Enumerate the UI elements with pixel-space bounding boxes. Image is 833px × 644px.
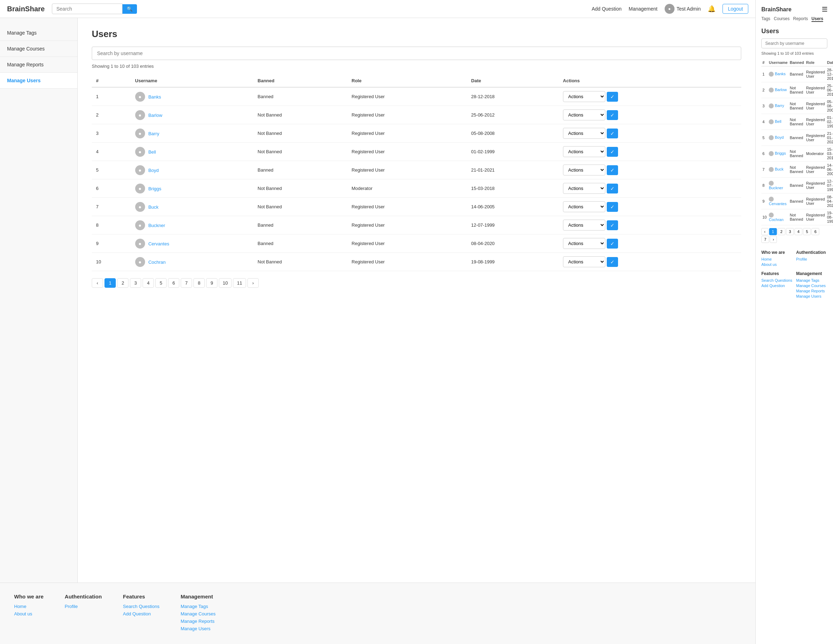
col-header-num: #: [92, 74, 131, 87]
username-link[interactable]: Barlow: [148, 112, 162, 118]
page-button-8[interactable]: 8: [193, 278, 205, 288]
footer-link[interactable]: Manage Users: [181, 626, 215, 631]
right-panel-nav-item[interactable]: Users: [812, 16, 823, 22]
right-page-button[interactable]: 4: [794, 228, 802, 235]
footer-link[interactable]: Manage Tags: [181, 604, 215, 609]
page-button-5[interactable]: 5: [155, 278, 167, 288]
actions-select[interactable]: Actions Ban Unban Delete: [563, 220, 605, 230]
page-button-3[interactable]: 3: [130, 278, 141, 288]
footer-link[interactable]: Manage Reports: [181, 618, 215, 624]
sidebar-item-manage-tags[interactable]: Manage Tags: [0, 25, 77, 41]
confirm-action-button[interactable]: ✓: [607, 220, 618, 230]
actions-select[interactable]: Actions Ban Unban Delete: [563, 109, 605, 121]
actions-select[interactable]: Actions Ban Unban Delete: [563, 146, 605, 157]
username-link[interactable]: Barry: [148, 130, 159, 136]
footer-link[interactable]: Add Question: [123, 611, 159, 617]
navbar-search-button[interactable]: 🔍: [122, 4, 137, 14]
username-link[interactable]: Banks: [148, 94, 161, 99]
right-page-button[interactable]: ‹: [761, 228, 769, 235]
bell-icon[interactable]: 🔔: [708, 5, 716, 13]
page-button-6[interactable]: 6: [168, 278, 179, 288]
right-footer-link[interactable]: Manage Reports: [796, 289, 828, 293]
actions-select[interactable]: Actions Ban Unban Delete: [563, 201, 605, 212]
cell-actions: Actions Ban Unban Delete ✓: [559, 87, 741, 106]
right-username-link[interactable]: Cochran: [769, 217, 783, 222]
confirm-action-button[interactable]: ✓: [607, 129, 618, 138]
management-link[interactable]: Management: [629, 6, 658, 12]
right-footer-link[interactable]: Home: [761, 257, 793, 261]
page-button-4[interactable]: 4: [143, 278, 154, 288]
username-link[interactable]: Cochran: [148, 259, 166, 264]
user-search-input[interactable]: [92, 47, 741, 60]
username-link[interactable]: Boyd: [148, 167, 159, 173]
right-page-button[interactable]: 6: [812, 228, 819, 235]
right-page-button[interactable]: 5: [803, 228, 811, 235]
footer-link[interactable]: Search Questions: [123, 604, 159, 609]
right-footer-link[interactable]: Manage Tags: [796, 278, 828, 282]
confirm-action-button[interactable]: ✓: [607, 110, 618, 120]
right-page-button[interactable]: 7: [761, 236, 769, 243]
actions-select[interactable]: Actions Ban Unban Delete: [563, 256, 605, 267]
actions-select[interactable]: Actions Ban Unban Delete: [563, 91, 605, 102]
username-link[interactable]: Cervantes: [148, 241, 169, 246]
right-footer-link[interactable]: Manage Courses: [796, 283, 828, 288]
right-search-input[interactable]: [761, 39, 827, 48]
page-button-10[interactable]: 10: [219, 278, 232, 288]
right-username-link[interactable]: Buckner: [769, 186, 783, 190]
right-footer-link[interactable]: Search Questions: [761, 278, 793, 282]
page-button-2[interactable]: 2: [117, 278, 129, 288]
right-footer-link[interactable]: Add Question: [761, 283, 793, 288]
right-page-button[interactable]: ›: [770, 236, 777, 243]
next-page-button[interactable]: ›: [248, 278, 259, 288]
confirm-action-button[interactable]: ✓: [607, 202, 618, 212]
right-username-link[interactable]: Cervantes: [769, 201, 786, 206]
sidebar-item-manage-reports[interactable]: Manage Reports: [0, 57, 77, 73]
right-panel-nav-item[interactable]: Tags: [761, 16, 770, 22]
username-link[interactable]: Buck: [148, 204, 159, 209]
actions-select[interactable]: Actions Ban Unban Delete: [563, 128, 605, 139]
confirm-action-button[interactable]: ✓: [607, 147, 618, 157]
footer-link[interactable]: Manage Courses: [181, 611, 215, 617]
right-page-button[interactable]: 2: [778, 228, 785, 235]
right-username-link[interactable]: Bell: [775, 119, 781, 124]
sidebar-item-manage-courses[interactable]: Manage Courses: [0, 41, 77, 57]
add-question-link[interactable]: Add Question: [592, 6, 622, 12]
username-link[interactable]: Buckner: [148, 222, 165, 228]
actions-select[interactable]: Actions Ban Unban Delete: [563, 183, 605, 194]
page-button-9[interactable]: 9: [206, 278, 217, 288]
username-link[interactable]: Briggs: [148, 186, 161, 191]
right-username-link[interactable]: Briggs: [775, 151, 786, 155]
confirm-action-button[interactable]: ✓: [607, 239, 618, 249]
right-panel-nav-item[interactable]: Reports: [793, 16, 808, 22]
page-button-1[interactable]: 1: [105, 278, 116, 288]
right-username-link[interactable]: Boyd: [775, 135, 783, 140]
username-link[interactable]: Bell: [148, 149, 156, 154]
sidebar-item-manage-users[interactable]: Manage Users: [0, 73, 77, 89]
confirm-action-button[interactable]: ✓: [607, 165, 618, 175]
right-panel-nav-item[interactable]: Courses: [774, 16, 790, 22]
right-username-link[interactable]: Banks: [775, 72, 786, 76]
page-button-7[interactable]: 7: [181, 278, 192, 288]
confirm-action-button[interactable]: ✓: [607, 257, 618, 267]
right-username-link[interactable]: Barlow: [775, 88, 787, 92]
prev-page-button[interactable]: ‹: [92, 278, 103, 288]
footer-link[interactable]: About us: [14, 611, 43, 617]
right-page-button[interactable]: 1: [769, 228, 777, 235]
confirm-action-button[interactable]: ✓: [607, 92, 618, 102]
col-header-banned: Banned: [253, 74, 347, 87]
logout-button[interactable]: Logout: [722, 4, 748, 14]
confirm-action-button[interactable]: ✓: [607, 184, 618, 193]
right-username-link[interactable]: Buck: [775, 167, 783, 171]
right-footer-link[interactable]: Profile: [796, 257, 828, 261]
footer-link[interactable]: Home: [14, 604, 43, 609]
right-footer-link[interactable]: Manage Users: [796, 294, 828, 298]
actions-select[interactable]: Actions Ban Unban Delete: [563, 238, 605, 249]
page-button-11[interactable]: 11: [233, 278, 246, 288]
right-username-link[interactable]: Barry: [775, 103, 784, 108]
right-footer-link[interactable]: About us: [761, 262, 793, 267]
footer-link[interactable]: Profile: [64, 604, 102, 609]
navbar-search-input[interactable]: [52, 3, 122, 14]
right-page-button[interactable]: 3: [786, 228, 794, 235]
hamburger-icon[interactable]: ☰: [822, 6, 827, 13]
actions-select[interactable]: Actions Ban Unban Delete: [563, 164, 605, 175]
